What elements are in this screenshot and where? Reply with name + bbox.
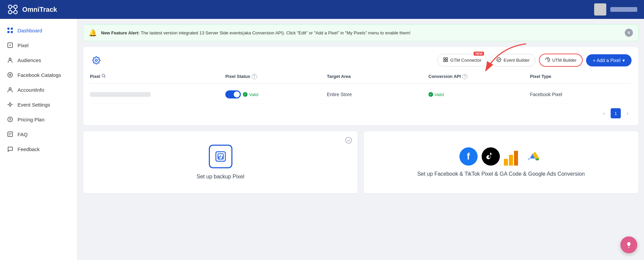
settings-button[interactable]	[90, 54, 103, 67]
sidebar-label-event-settings: Event Settings	[18, 102, 50, 108]
svg-rect-19	[8, 132, 12, 137]
svg-point-14	[9, 58, 11, 60]
pixel-icon	[7, 42, 13, 49]
sidebar-label-catalogs: Facebook Catalogs	[18, 72, 61, 78]
sidebar-label-feedback: Feedback	[18, 146, 40, 152]
conversion-api-help-icon[interactable]: ?	[462, 74, 468, 79]
pixel-status-badge: ✓ Valid	[243, 92, 258, 97]
sidebar-label-faq: FAQ	[18, 132, 28, 137]
svg-rect-23	[444, 60, 445, 62]
pixel-panel-header: GTM Connector NEW Event Builder UTM	[90, 54, 632, 67]
col-pixel-type-label: Pixel Type	[530, 74, 551, 79]
svg-rect-9	[11, 28, 13, 30]
prev-page-button[interactable]: ‹	[600, 109, 608, 117]
alert-text: New Feature Alert: The lastest version i…	[101, 30, 621, 35]
sidebar-label-audiences: Audiences	[18, 57, 41, 63]
svg-rect-10	[7, 31, 9, 33]
panel-left	[90, 54, 103, 67]
svg-point-0	[8, 5, 12, 8]
social-icons: f	[459, 147, 543, 166]
app-logo[interactable]: OmniTrack	[7, 3, 57, 16]
new-badge: NEW	[474, 52, 484, 56]
avatar	[594, 3, 606, 16]
user-name	[610, 7, 637, 12]
table-row: ✓ Valid Entire Store ✓ Valid Facebook Pi…	[90, 85, 632, 104]
sidebar-label-pricing: Pricing Plan	[18, 117, 44, 122]
sidebar-item-event-settings[interactable]: Event Settings	[0, 97, 77, 112]
utm-builder-button[interactable]: UTM Builder	[539, 54, 583, 67]
svg-point-18	[8, 117, 12, 122]
svg-rect-8	[7, 28, 9, 30]
content-area: 🔔 New Feature Alert: The lastest version…	[77, 19, 644, 260]
backup-pixel-title: Set up backup Pixel	[197, 174, 244, 180]
pixel-status-help-icon[interactable]: ?	[252, 74, 257, 79]
svg-point-17	[9, 104, 11, 106]
search-icon[interactable]	[101, 74, 106, 79]
svg-point-13	[9, 45, 11, 46]
col-pixel-type: Pixel Type	[530, 74, 632, 79]
cell-conversion-api: ✓ Valid	[428, 92, 530, 97]
feedback-icon	[7, 146, 13, 152]
svg-point-32	[629, 247, 630, 248]
conversion-api-dot: ✓	[428, 92, 433, 97]
alert-title: New Feature Alert:	[101, 30, 139, 35]
pixel-toggle[interactable]	[225, 90, 241, 98]
next-page-button[interactable]: ›	[623, 109, 632, 117]
col-conversion-api: Conversion API ?	[428, 74, 530, 79]
sidebar-item-audiences[interactable]: Audiences	[0, 53, 77, 67]
multi-platform-card[interactable]: f	[363, 131, 639, 194]
gtm-connector-button[interactable]: GTM Connector NEW	[437, 54, 487, 66]
backup-pixel-card[interactable]: Set up backup Pixel	[83, 131, 358, 194]
gtm-connector-label: GTM Connector	[450, 58, 481, 63]
svg-point-2	[8, 10, 12, 14]
sidebar-item-pricing-plan[interactable]: Pricing Plan	[0, 112, 77, 127]
svg-rect-24	[446, 60, 448, 62]
sidebar-label-dashboard: Dashboard	[18, 28, 42, 33]
add-pixel-button[interactable]: + Add a Pixel ▾	[586, 54, 632, 66]
sidebar-item-faq[interactable]: FAQ	[0, 127, 77, 142]
pagination: ‹ 1 ›	[90, 108, 632, 118]
event-settings-icon	[7, 101, 13, 108]
alert-close-button[interactable]: ✕	[625, 29, 633, 37]
col-target-area: Target Area	[327, 74, 429, 79]
support-button[interactable]	[620, 236, 637, 253]
app-name: OmniTrack	[22, 6, 57, 13]
add-pixel-label: + Add a Pixel	[593, 58, 620, 63]
event-builder-label: Event Builder	[504, 58, 529, 63]
sidebar-item-feedback[interactable]: Feedback	[0, 142, 77, 156]
sidebar-item-pixel[interactable]: Pixel	[0, 38, 77, 53]
audiences-icon	[7, 57, 13, 63]
multi-platform-title: Set up Facebook & TikTok Pixel & GA Code…	[417, 171, 585, 177]
google-ads-icon	[525, 147, 543, 166]
utm-builder-label: UTM Builder	[552, 58, 577, 63]
panel-right: GTM Connector NEW Event Builder UTM	[437, 54, 632, 67]
check-icon	[345, 137, 352, 146]
conversion-api-text: Valid	[434, 92, 444, 97]
sidebar-item-facebook-catalogs[interactable]: Facebook Catalogs	[0, 67, 77, 82]
sidebar-item-account-info[interactable]: AccountInfo	[0, 82, 77, 97]
col-pixel-status: Pixel Status ?	[225, 74, 327, 79]
pixel-panel: GTM Connector NEW Event Builder UTM	[83, 47, 639, 125]
col-pixel-status-label: Pixel Status	[225, 74, 250, 79]
alert-banner: 🔔 New Feature Alert: The lastest version…	[83, 24, 639, 41]
utm-icon	[545, 57, 550, 63]
svg-point-20	[95, 59, 97, 61]
google-analytics-icon	[504, 147, 521, 166]
pixel-name-blur	[90, 92, 151, 97]
cell-pixel-type: Facebook Pixel	[530, 92, 632, 97]
faq-icon	[7, 131, 13, 138]
svg-point-27	[346, 137, 352, 143]
svg-rect-22	[446, 58, 448, 59]
sidebar-item-dashboard[interactable]: Dashboard	[0, 23, 77, 38]
cell-pixel-name	[90, 92, 225, 97]
pixel-status-text: Valid	[249, 92, 258, 97]
valid-dot-icon: ✓	[243, 92, 248, 97]
page-1-button[interactable]: 1	[611, 108, 621, 118]
alert-message: The lastest version integrated 13 Server…	[141, 30, 411, 35]
sidebar-label-pixel: Pixel	[18, 42, 29, 48]
event-builder-button[interactable]: Event Builder	[490, 54, 535, 66]
top-navigation: OmniTrack	[0, 0, 644, 19]
pricing-icon	[7, 116, 13, 123]
bottom-cards: Set up backup Pixel f	[83, 131, 639, 194]
code-bracket-icon	[209, 145, 232, 168]
